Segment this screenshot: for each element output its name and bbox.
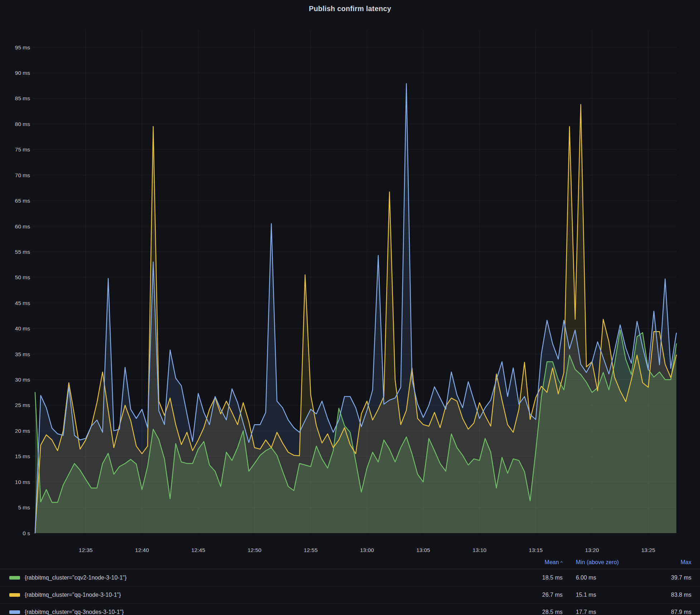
min-value: 17.7 ms xyxy=(563,609,641,615)
x-tick-label: 13:20 xyxy=(585,547,599,553)
y-tick-label: 20 ms xyxy=(15,428,30,434)
mean-value: 18.5 ms xyxy=(509,575,563,581)
x-tick-label: 13:00 xyxy=(360,547,374,553)
x-tick-label: 13:15 xyxy=(529,547,543,553)
legend-column-mean[interactable]: Mean^ xyxy=(509,559,563,566)
y-tick-label: 50 ms xyxy=(15,274,30,280)
max-value: 83.8 ms xyxy=(641,592,691,598)
x-tick-label: 12:55 xyxy=(304,547,318,553)
legend-row-2: {rabbitmq_cluster="qq-3nodes-3-10-1"}28.… xyxy=(0,604,700,615)
series-color-swatch[interactable] xyxy=(9,576,20,580)
series-label[interactable]: {rabbitmq_cluster="qq-1node-3-10-1"} xyxy=(25,592,121,598)
x-tick-label: 13:05 xyxy=(416,547,430,553)
y-tick-label: 80 ms xyxy=(15,121,30,127)
mean-value: 26.7 ms xyxy=(509,592,563,598)
x-tick-label: 13:10 xyxy=(472,547,486,553)
y-tick-label: 75 ms xyxy=(15,146,30,152)
legend-row-0: {rabbitmq_cluster="cqv2-1node-3-10-1"}18… xyxy=(0,569,700,586)
min-value: 6.00 ms xyxy=(563,575,641,581)
latency-time-series-chart[interactable]: 0 s5 ms10 ms15 ms20 ms25 ms30 ms35 ms40 … xyxy=(0,0,700,556)
legend-column-min[interactable]: Min (above zero) xyxy=(563,559,641,566)
y-tick-label: 45 ms xyxy=(15,300,30,306)
legend-series-name: {rabbitmq_cluster="qq-3nodes-3-10-1"} xyxy=(9,609,509,615)
y-tick-label: 70 ms xyxy=(15,172,30,178)
y-tick-label: 85 ms xyxy=(15,95,30,101)
y-tick-label: 65 ms xyxy=(15,198,30,204)
min-value: 15.1 ms xyxy=(563,592,641,598)
series-color-swatch[interactable] xyxy=(9,593,20,597)
legend-header-row: Mean^ Min (above zero) Max xyxy=(0,556,700,569)
y-tick-label: 40 ms xyxy=(15,325,30,331)
x-tick-label: 13:25 xyxy=(641,547,655,553)
series-color-swatch[interactable] xyxy=(9,610,20,614)
series-label[interactable]: {rabbitmq_cluster="cqv2-1node-3-10-1"} xyxy=(25,575,127,581)
y-tick-label: 30 ms xyxy=(15,377,30,383)
x-tick-label: 12:50 xyxy=(248,547,262,553)
x-tick-label: 12:45 xyxy=(191,547,205,553)
y-tick-label: 0 s xyxy=(23,530,30,536)
max-value: 39.7 ms xyxy=(641,575,691,581)
y-tick-label: 15 ms xyxy=(15,453,30,459)
legend-series-name: {rabbitmq_cluster="qq-1node-3-10-1"} xyxy=(9,592,509,598)
y-tick-label: 55 ms xyxy=(15,249,30,255)
series-label[interactable]: {rabbitmq_cluster="qq-3nodes-3-10-1"} xyxy=(25,609,124,615)
max-value: 87.9 ms xyxy=(641,609,691,615)
legend-series-name: {rabbitmq_cluster="cqv2-1node-3-10-1"} xyxy=(9,575,509,581)
y-tick-label: 5 ms xyxy=(18,504,30,510)
legend-table: Mean^ Min (above zero) Max {rabbitmq_clu… xyxy=(0,556,700,615)
y-tick-label: 25 ms xyxy=(15,402,30,408)
x-tick-label: 12:40 xyxy=(135,547,149,553)
y-tick-label: 35 ms xyxy=(15,351,30,357)
x-tick-label: 12:35 xyxy=(79,547,93,553)
y-tick-label: 95 ms xyxy=(15,44,30,50)
y-tick-label: 60 ms xyxy=(15,223,30,229)
y-tick-label: 90 ms xyxy=(15,70,30,76)
legend-row-1: {rabbitmq_cluster="qq-1node-3-10-1"}26.7… xyxy=(0,586,700,604)
y-tick-label: 10 ms xyxy=(15,479,30,485)
legend-column-max[interactable]: Max xyxy=(641,559,691,566)
mean-value: 28.5 ms xyxy=(509,609,563,615)
